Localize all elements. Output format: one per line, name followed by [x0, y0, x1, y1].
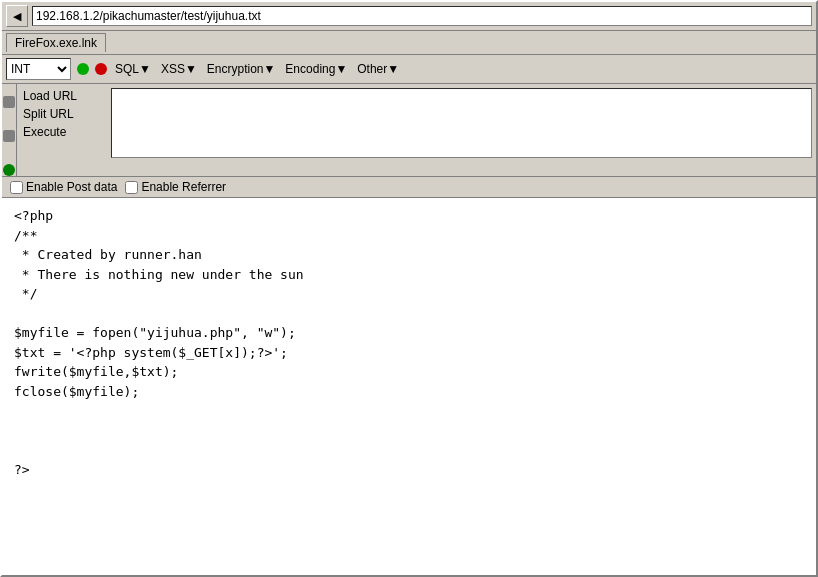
- enable-referrer-checkbox[interactable]: [125, 181, 138, 194]
- load-url-button[interactable]: Load URL: [21, 88, 103, 104]
- enable-referrer-text: Enable Referrer: [141, 180, 226, 194]
- enable-post-checkbox[interactable]: [10, 181, 23, 194]
- split-icon: [3, 130, 15, 142]
- action-content-area: [111, 88, 812, 158]
- action-panel: Load URL Split URL Execute: [2, 84, 816, 177]
- enable-post-text: Enable Post data: [26, 180, 117, 194]
- code-content: <?php /** * Created by runner.han * Ther…: [14, 206, 804, 479]
- execute-icon: [3, 164, 15, 176]
- enable-post-label[interactable]: Enable Post data: [10, 180, 117, 194]
- back-button[interactable]: ◀: [6, 5, 28, 27]
- browser-window: ◀ FireFox.exe.lnk INT STRING SEARCH SQL▼…: [0, 0, 818, 577]
- tab-row: FireFox.exe.lnk: [2, 31, 816, 55]
- inject-toolbar: INT STRING SEARCH SQL▼ XSS▼ Encryption▼ …: [2, 55, 816, 84]
- firefox-tab[interactable]: FireFox.exe.lnk: [6, 33, 106, 52]
- sql-menu-btn[interactable]: SQL▼: [113, 61, 153, 77]
- type-select[interactable]: INT STRING SEARCH: [6, 58, 71, 80]
- execute-button[interactable]: Execute: [21, 124, 103, 140]
- green-indicator: [77, 63, 89, 75]
- enable-referrer-label[interactable]: Enable Referrer: [125, 180, 226, 194]
- red-indicator: [95, 63, 107, 75]
- action-sidebar: [2, 84, 17, 176]
- content-area: <?php /** * Created by runner.han * Ther…: [2, 198, 816, 575]
- other-menu-btn[interactable]: Other▼: [355, 61, 401, 77]
- encoding-menu-btn[interactable]: Encoding▼: [283, 61, 349, 77]
- address-bar: ◀: [2, 2, 816, 31]
- load-icon: [3, 96, 15, 108]
- split-url-button[interactable]: Split URL: [21, 106, 103, 122]
- xss-menu-btn[interactable]: XSS▼: [159, 61, 199, 77]
- action-buttons: Load URL Split URL Execute: [17, 84, 107, 176]
- address-input[interactable]: [32, 6, 812, 26]
- checkbox-row: Enable Post data Enable Referrer: [2, 177, 816, 198]
- encryption-menu-btn[interactable]: Encryption▼: [205, 61, 278, 77]
